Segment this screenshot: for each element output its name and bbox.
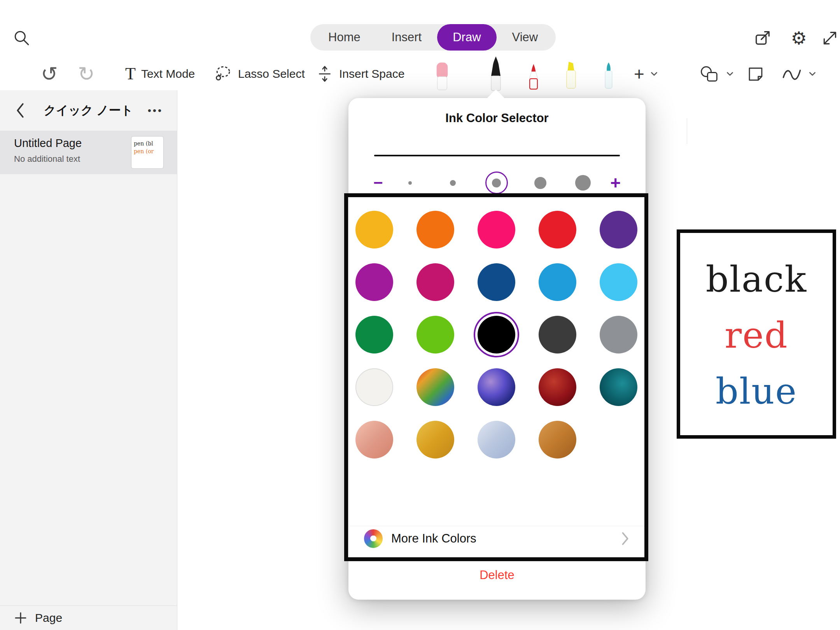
page-subtitle: No additional text [14, 154, 80, 164]
onenote-window: HomeInsertDrawView ⚙ ↺ ↻ T Text Mode [0, 0, 840, 630]
page-sidebar: クイック ノート ••• Untitled Page No additional… [0, 90, 177, 630]
ink-to-shape-button[interactable] [781, 57, 817, 90]
search-icon [13, 29, 31, 47]
lasso-select-button[interactable]: Lasso Select [213, 57, 305, 90]
insert-space-button[interactable]: Insert Space [316, 57, 404, 90]
annotation-box-colors [344, 193, 648, 561]
highlighter-yellow-tool[interactable] [560, 60, 582, 89]
popup-arrow [486, 89, 505, 108]
sidebar-header: クイック ノート ••• [0, 90, 177, 131]
undo-button[interactable]: ↺ [41, 57, 58, 90]
settings-button[interactable]: ⚙ [789, 28, 809, 48]
thickness-dot-1[interactable] [443, 173, 463, 193]
thickness-dot-3[interactable] [530, 173, 550, 193]
top-bar: HomeInsertDrawView ⚙ [0, 0, 840, 57]
handwriting-lines: blackredblue [706, 252, 807, 420]
redo-button[interactable]: ↻ [78, 57, 95, 90]
eraser-tool[interactable] [431, 61, 453, 91]
shapes-button[interactable] [698, 57, 734, 90]
more-options-button[interactable]: ••• [148, 105, 163, 117]
add-page-label: Page [35, 611, 62, 625]
ribbon-tabs: HomeInsertDrawView [310, 24, 556, 51]
fullscreen-button[interactable] [820, 28, 840, 48]
thumbnail-line: pen (bl [134, 140, 161, 147]
plus-icon: + [634, 65, 644, 83]
text-mode-icon: T [125, 64, 136, 84]
lasso-select-label: Lasso Select [238, 67, 305, 80]
page-title: Untitled Page [14, 137, 82, 150]
tab-view[interactable]: View [497, 24, 554, 51]
tab-insert[interactable]: Insert [376, 24, 438, 51]
gear-icon: ⚙ [791, 29, 807, 47]
search-button[interactable] [12, 28, 32, 48]
share-button[interactable] [752, 28, 773, 48]
delete-pen-button[interactable]: Delete [348, 558, 646, 600]
tab-home[interactable]: Home [313, 24, 376, 51]
scribble-icon [781, 64, 803, 84]
thickness-dots [400, 172, 593, 194]
thickness-controls: − + [348, 172, 646, 194]
handwriting-box: blackredblue [677, 229, 836, 439]
draw-toolbar: ↺ ↻ T Text Mode Lasso Select Insert Spac… [0, 57, 840, 90]
thickness-dot-2[interactable] [485, 172, 508, 194]
thickness-decrease-button[interactable]: − [373, 175, 383, 191]
sticky-note-icon [746, 64, 765, 84]
redo-icon: ↻ [78, 62, 95, 86]
add-pen-button[interactable]: + [634, 57, 658, 90]
chevron-down-icon [726, 70, 734, 78]
undo-icon: ↺ [41, 62, 58, 86]
handwritten-word-red: red [724, 308, 788, 364]
page-list-item[interactable]: Untitled Page No additional text pen (bl… [0, 131, 177, 174]
stroke-preview [374, 155, 620, 156]
add-page-button[interactable]: Page [0, 606, 177, 630]
pen-black-tool[interactable] [485, 56, 507, 91]
expand-icon [821, 29, 839, 47]
pen-red-tool[interactable] [523, 63, 544, 90]
pen-teal-tool[interactable] [598, 61, 619, 89]
chevron-down-icon [650, 70, 658, 78]
page-thumbnail: pen (bl pen (or [131, 136, 164, 169]
share-icon [753, 29, 772, 47]
lasso-icon [213, 64, 233, 84]
thickness-dot-0[interactable] [400, 173, 420, 193]
thumbnail-line: pen (or [134, 147, 161, 155]
insert-space-icon [316, 65, 334, 83]
plus-icon [14, 611, 27, 625]
text-mode-button[interactable]: T Text Mode [125, 57, 195, 90]
insert-space-label: Insert Space [339, 67, 404, 80]
text-mode-label: Text Mode [141, 67, 195, 80]
chevron-down-icon [808, 70, 817, 78]
thickness-dot-4[interactable] [573, 173, 593, 193]
sticky-note-button[interactable] [746, 57, 765, 90]
tab-draw[interactable]: Draw [437, 24, 496, 51]
delete-label: Delete [480, 568, 514, 582]
thickness-increase-button[interactable]: + [610, 174, 621, 192]
handwritten-word-blue: blue [716, 364, 797, 420]
shapes-icon [698, 64, 720, 84]
popup-title: Ink Color Selector [348, 111, 646, 125]
handwritten-word-black: black [706, 252, 807, 308]
